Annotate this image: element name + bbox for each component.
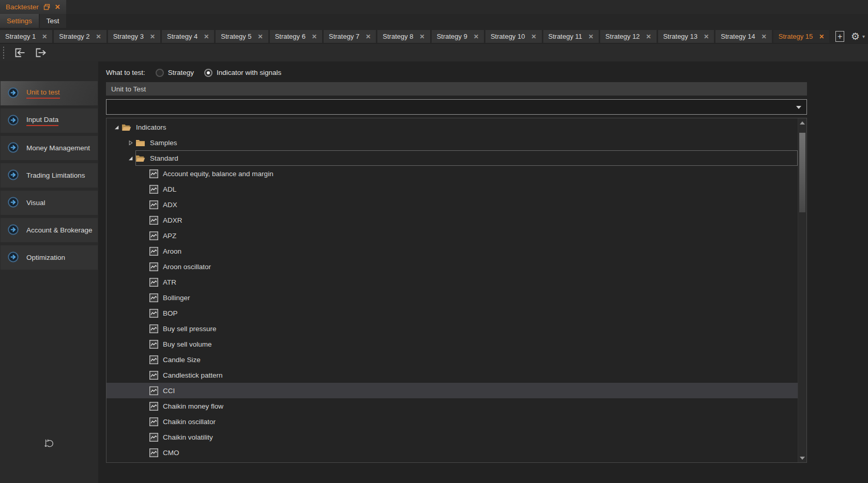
strategy-tab[interactable]: Strategy 7✕	[324, 30, 376, 43]
close-icon[interactable]: ✕	[531, 33, 536, 40]
strategy-tab[interactable]: Strategy 14✕	[715, 30, 772, 43]
close-icon[interactable]: ✕	[762, 33, 767, 40]
sidebar-item-account-brokerage[interactable]: Account & Brokerage	[1, 218, 98, 242]
expander-expanded-icon[interactable]	[112, 124, 121, 130]
scroll-up-button[interactable]	[798, 118, 806, 127]
toolbar-grip-handle[interactable]	[3, 46, 5, 59]
sidebar-item-optimization[interactable]: Optimization	[1, 245, 98, 270]
strategy-tab[interactable]: Strategy 15✕	[773, 30, 830, 43]
strategy-tab[interactable]: Strategy 6✕	[270, 30, 322, 43]
tree-item-header: Candlestick pattern	[149, 367, 798, 383]
radio-button[interactable]	[156, 69, 164, 77]
close-icon[interactable]: ✕	[258, 33, 263, 40]
radio-option-indicator-with-signals[interactable]: Indicator with signals	[204, 69, 281, 77]
strategy-tab[interactable]: Strategy 9✕	[432, 30, 484, 43]
strategy-tab[interactable]: Strategy 4✕	[162, 30, 214, 43]
tree-item-cci[interactable]: CCI	[106, 383, 798, 398]
scroll-down-icon	[800, 457, 805, 460]
close-icon[interactable]: ✕	[366, 33, 371, 40]
close-icon[interactable]: ✕	[96, 33, 101, 40]
combobox-arrow-icon[interactable]	[796, 106, 801, 109]
strategy-tab[interactable]: Strategy 5✕	[216, 30, 268, 43]
strategy-tab[interactable]: Strategy 11✕	[543, 30, 599, 43]
tree-folder-samples[interactable]: Samples	[106, 135, 798, 150]
tree-item-buy-sell-volume[interactable]: Buy sell volume	[106, 336, 798, 352]
reset-settings-button[interactable]	[43, 438, 55, 451]
sidebar-item-visual[interactable]: Visual	[1, 191, 98, 215]
float-window-icon[interactable]	[43, 4, 50, 10]
export-settings-button[interactable]	[33, 45, 48, 60]
strategy-tab[interactable]: Strategy 13✕	[658, 30, 714, 43]
radio-button[interactable]	[204, 69, 212, 77]
tree-item-apz[interactable]: APZ	[106, 228, 798, 243]
tree-item-aroon-oscillator[interactable]: Aroon oscillator	[106, 259, 798, 274]
tree-item-adx[interactable]: ADX	[106, 197, 798, 212]
strategy-tab[interactable]: Strategy 10✕	[485, 30, 542, 43]
tree-item-candle-size[interactable]: Candle Size	[106, 352, 798, 367]
tree-item-bollinger[interactable]: Bollinger	[106, 290, 798, 305]
strategy-tab[interactable]: Strategy 1✕	[0, 30, 52, 43]
tree-item-label: Account equity, balance and margin	[163, 170, 273, 178]
tree-item-label: Aroon	[163, 247, 181, 255]
tree-item-candlestick-pattern[interactable]: Candlestick pattern	[106, 367, 798, 383]
tree-item-chaikin-oscillator[interactable]: Chaikin oscillator	[106, 414, 798, 429]
tree-item-aroon[interactable]: Aroon	[106, 243, 798, 259]
tree-item-adl[interactable]: ADL	[106, 181, 798, 197]
indicator-chart-icon	[149, 169, 158, 178]
tree-item-atr[interactable]: ATR	[106, 274, 798, 290]
expander-expanded-icon[interactable]	[126, 155, 135, 161]
close-icon[interactable]: ✕	[420, 33, 425, 40]
close-icon[interactable]: ✕	[819, 33, 824, 40]
what-to-test-label: What to test:	[106, 69, 145, 76]
strategy-tab[interactable]: Strategy 3✕	[108, 30, 160, 43]
strategy-tab-label: Strategy 4	[167, 33, 197, 40]
strategy-tab[interactable]: Strategy 2✕	[54, 30, 106, 43]
vertical-scrollbar[interactable]	[798, 118, 806, 462]
close-icon[interactable]: ✕	[588, 33, 593, 40]
strategy-tab[interactable]: Strategy 12✕	[600, 30, 657, 43]
close-icon[interactable]: ✕	[150, 33, 155, 40]
add-strategy-button[interactable]: +	[835, 31, 844, 42]
close-icon[interactable]: ✕	[204, 33, 209, 40]
indicator-chart-icon	[149, 371, 158, 380]
strategy-tab[interactable]: Strategy 8✕	[377, 30, 430, 43]
close-icon[interactable]: ✕	[704, 33, 709, 40]
tree-item-chaikin-money-flow[interactable]: Chaikin money flow	[106, 398, 798, 414]
sidebar-item-money-management[interactable]: Money Management	[1, 136, 98, 160]
tree-folder-standard[interactable]: Standard	[106, 150, 798, 166]
strategy-tab-bar: Strategy 1✕Strategy 2✕Strategy 3✕Strateg…	[0, 30, 868, 43]
close-icon[interactable]: ✕	[474, 33, 479, 40]
close-icon[interactable]: ✕	[646, 33, 651, 40]
tree-item-bop[interactable]: BOP	[106, 305, 798, 321]
tree-item-cmo[interactable]: CMO	[106, 445, 798, 460]
close-icon[interactable]: ✕	[55, 3, 60, 11]
sidebar-item-label: Money Management	[26, 144, 90, 152]
scroll-up-icon	[800, 121, 805, 124]
plus-icon: +	[837, 33, 842, 41]
scrollbar-thumb[interactable]	[799, 133, 805, 212]
strategy-settings-button[interactable]: ⚙ ▾	[851, 32, 865, 41]
tree-item-label: Buy sell volume	[163, 340, 212, 348]
tree-item-buy-sell-pressure[interactable]: Buy sell pressure	[106, 321, 798, 336]
indicator-chart-icon	[149, 433, 158, 442]
tree-item-account-equity-balance-and-margin[interactable]: Account equity, balance and margin	[106, 166, 798, 181]
sidebar-item-unit-to-test[interactable]: Unit to test	[1, 81, 98, 105]
strategy-tab-label: Strategy 14	[721, 33, 755, 40]
close-icon[interactable]: ✕	[312, 33, 317, 40]
tree-item-chaikin-volatility[interactable]: Chaikin volatility	[106, 429, 798, 445]
radio-option-strategy[interactable]: Strategy	[156, 69, 194, 77]
tree-item-header: APZ	[149, 228, 798, 243]
tree-folder-indicators[interactable]: Indicators	[106, 119, 798, 135]
import-settings-button[interactable]	[12, 45, 27, 60]
unit-to-test-combobox[interactable]	[106, 99, 807, 115]
view-tab-settings[interactable]: Settings	[0, 14, 39, 28]
close-icon[interactable]: ✕	[42, 33, 47, 40]
expander-collapsed-icon[interactable]	[126, 140, 135, 146]
sidebar-item-input-data[interactable]: Input Data	[1, 108, 98, 133]
view-tab-test[interactable]: Test	[40, 14, 66, 28]
document-tab-backtester[interactable]: Backtester ✕	[0, 0, 66, 14]
scroll-down-button[interactable]	[798, 454, 806, 462]
tree-item-adxr[interactable]: ADXR	[106, 212, 798, 228]
indicator-chart-icon	[149, 262, 158, 271]
sidebar-item-trading-limitations[interactable]: Trading Limitations	[1, 163, 98, 188]
